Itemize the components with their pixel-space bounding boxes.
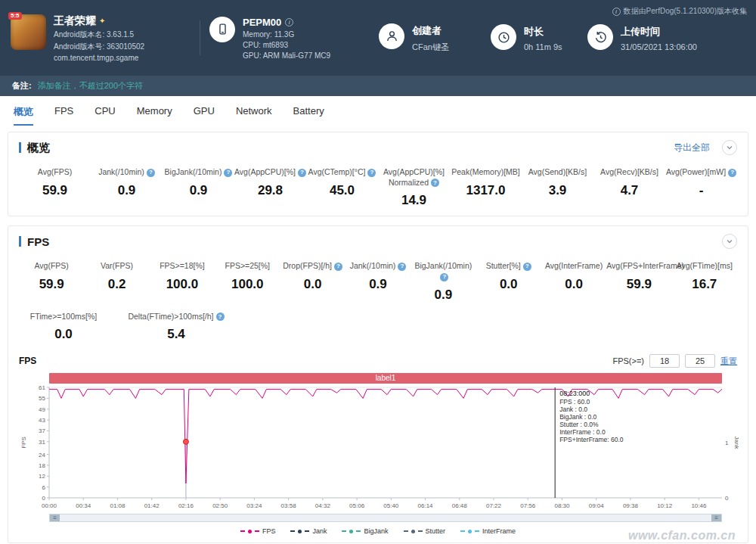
tab-FPS[interactable]: FPS	[54, 105, 73, 126]
metric-info-icon[interactable]: ?	[523, 263, 531, 271]
svg-text:24: 24	[39, 452, 45, 459]
metric-label: FPS>=18[%]	[150, 261, 215, 272]
metric-Avg(FPS): Avg(FPS)59.9	[19, 167, 91, 208]
metric-Avg(Send)[KB/s]: Avg(Send)[KB/s]3.9	[522, 167, 593, 208]
metric-value: 59.9	[606, 277, 671, 292]
svg-text:10:46: 10:46	[691, 502, 707, 509]
creator-label: 创建者	[412, 24, 449, 38]
metric-FPS>=18[%]: FPS>=18[%]100.0	[150, 261, 215, 302]
fps-threshold-label: FPS(>=)	[612, 356, 644, 365]
badge-5v5: 5:5	[8, 12, 22, 20]
metric-label: Avg(Recv)[KB/s]	[593, 167, 665, 178]
metric-info-icon[interactable]: ?	[398, 263, 406, 271]
fps-threshold-high-input[interactable]	[685, 354, 715, 368]
svg-text:09:38: 09:38	[623, 502, 639, 509]
metric-value: 0.9	[91, 183, 163, 198]
metric-value: 29.8	[234, 183, 306, 198]
metric-value: 0.0	[476, 277, 541, 292]
tab-CPU[interactable]: CPU	[94, 105, 115, 126]
collapse-overview-button[interactable]	[722, 140, 737, 155]
svg-text:08:30: 08:30	[554, 502, 570, 509]
svg-text:06:14: 06:14	[418, 502, 434, 509]
svg-text:10:12: 10:12	[657, 502, 673, 509]
metric-Stutter[%]: Stutter[%]?0.0	[476, 261, 541, 302]
legend-item-InterFrame[interactable]: InterFrame	[460, 527, 516, 535]
svg-text:FPS+InterFrame: 60.0: FPS+InterFrame: 60.0	[559, 436, 624, 443]
svg-text:55: 55	[39, 396, 45, 403]
metric-info-icon[interactable]: ?	[367, 169, 376, 177]
reset-link[interactable]: 重置	[720, 356, 737, 367]
remark-bar[interactable]: 备注: 添加备注，不超过200个字符	[0, 76, 756, 96]
watermark: www.cfan.com.cn	[628, 529, 736, 542]
chart-scrollbar[interactable]: ≡ ≡	[49, 514, 722, 522]
svg-text:06:48: 06:48	[452, 502, 468, 509]
overview-metrics: Avg(FPS)59.9Jank(/10min)?0.9BigJank(/10m…	[19, 167, 737, 208]
metric-value: 5.4	[108, 327, 244, 342]
app-version-name: Android版本名: 3.63.1.5	[54, 30, 144, 40]
svg-text:04:32: 04:32	[315, 502, 331, 509]
export-all-link[interactable]: 导出全部	[674, 141, 710, 154]
metric-value: 0.9	[163, 183, 234, 198]
metric-label: Avg(FPS+InterFrame)	[606, 261, 671, 272]
metric-value: 100.0	[150, 277, 215, 292]
tab-概览[interactable]: 概览	[14, 105, 33, 126]
metric-value: 1317.0	[450, 183, 522, 198]
metric-label: BigJank(/10min)?	[163, 167, 234, 178]
upload-label: 上传时间	[621, 25, 697, 39]
history-clock-icon	[587, 24, 613, 50]
metric-value: 59.9	[19, 277, 84, 292]
metric-info-icon[interactable]: ?	[224, 169, 232, 177]
svg-text:12: 12	[39, 473, 45, 480]
metric-info-icon[interactable]: ?	[147, 169, 155, 177]
metric-info-icon[interactable]: ?	[334, 263, 342, 271]
tab-Network[interactable]: Network	[236, 105, 272, 126]
metric-info-icon[interactable]: ?	[440, 273, 448, 281]
svg-text:03:24: 03:24	[246, 502, 262, 509]
metric-label: Avg(AppCPU)[%]Normalized?	[378, 167, 450, 188]
collapse-fps-button[interactable]	[722, 234, 737, 249]
scrollbar-left-handle[interactable]: ≡	[50, 514, 60, 521]
metric-info-icon[interactable]: ?	[216, 312, 225, 321]
metric-label: Avg(FPS)	[19, 261, 84, 272]
svg-text:6: 6	[42, 484, 46, 491]
overview-title: 概览	[19, 141, 50, 155]
remark-placeholder: 添加备注，不超过200个字符	[38, 80, 143, 92]
fps-line-chart[interactable]: 0612182431374349556100:0000:3401:0801:42…	[19, 384, 739, 513]
legend-item-Jank[interactable]: Jank	[290, 527, 327, 535]
device-info-icon[interactable]: i	[285, 18, 293, 26]
metric-Jank(/10min): Jank(/10min)?0.9	[345, 261, 411, 302]
metric-BigJank(/10min): BigJank(/10min)?0.9	[411, 261, 476, 302]
device-gpu: GPU: ARM Mali-G77 MC9	[243, 51, 330, 60]
metric-value: 4.7	[593, 183, 665, 198]
metric-info-icon[interactable]: ?	[431, 179, 439, 187]
legend-item-FPS[interactable]: FPS	[240, 527, 276, 535]
title-accent-bar	[19, 236, 21, 247]
metric-info-icon[interactable]: ?	[728, 169, 736, 177]
fps-metrics-row2: FTime>=100ms[%]0.0Delta(FTime)>100ms[/h]…	[19, 312, 737, 343]
svg-text:Stutter : 0.0%: Stutter : 0.0%	[559, 421, 599, 428]
metric-info-icon[interactable]: ?	[298, 169, 306, 177]
tab-Battery[interactable]: Battery	[293, 105, 324, 126]
fps-threshold-low-input[interactable]	[649, 354, 680, 368]
metric-label: BigJank(/10min)?	[411, 261, 476, 281]
tab-GPU[interactable]: GPU	[194, 105, 215, 126]
fps-card: FPS Avg(FPS)59.9Var(FPS)0.2FPS>=18[%]100…	[8, 225, 748, 543]
metric-Avg(Recv)[KB/s]: Avg(Recv)[KB/s]4.7	[593, 167, 665, 208]
svg-text:07:22: 07:22	[486, 502, 502, 509]
metric-Avg(FPS+InterFrame): Avg(FPS+InterFrame)59.9	[606, 261, 671, 302]
metric-label: Avg(Send)[KB/s]	[522, 167, 593, 178]
tab-Memory[interactable]: Memory	[137, 105, 172, 126]
metric-label: Var(FPS)	[84, 261, 149, 272]
metric-Avg(FTime)[ms]: Avg(FTime)[ms]16.7	[672, 261, 737, 302]
metric-label: Avg(CTemp)[°C]?	[306, 167, 378, 178]
metric-value: 14.9	[378, 193, 450, 208]
legend-item-Stutter[interactable]: Stutter	[404, 527, 446, 535]
legend-item-BigJank[interactable]: BigJank	[342, 527, 388, 535]
svg-text:02:50: 02:50	[212, 502, 228, 509]
svg-text:61: 61	[39, 384, 45, 391]
svg-text:0: 0	[725, 495, 729, 502]
phone-icon	[209, 17, 235, 42]
scrollbar-right-handle[interactable]: ≡	[711, 514, 721, 521]
svg-text:02:16: 02:16	[178, 502, 194, 509]
metric-Delta(FTime)>100ms[/h]: Delta(FTime)>100ms[/h]?5.4	[108, 312, 244, 343]
